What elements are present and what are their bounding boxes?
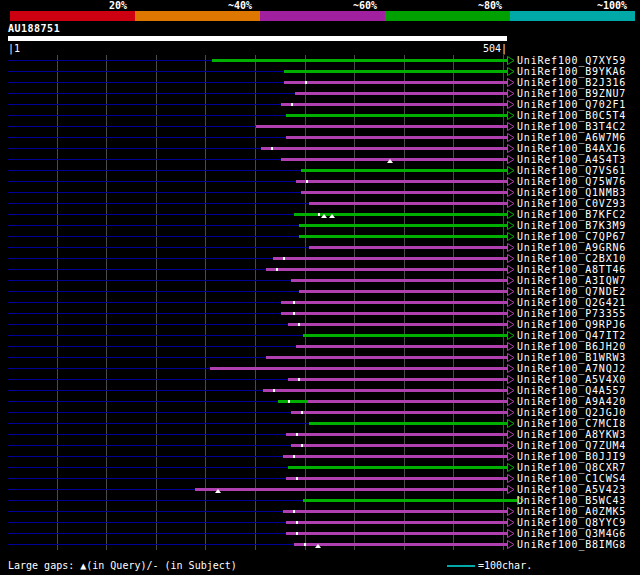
subject-label[interactable]: UniRef100_Q9RPJ6 (517, 319, 626, 330)
alignment-bar[interactable] (266, 268, 507, 271)
subject-label[interactable]: UniRef100_B8IMG8 (517, 539, 626, 550)
alignment-bar[interactable] (286, 433, 507, 436)
alignment-bar[interactable] (288, 323, 507, 326)
subject-label[interactable]: UniRef100_B2J316 (517, 77, 626, 88)
alignment-bar[interactable] (256, 125, 507, 128)
subject-label[interactable]: UniRef100_B1WRW3 (517, 352, 626, 363)
subject-label[interactable]: UniRef100_A4S4T3 (517, 154, 626, 165)
alignment-bar[interactable] (263, 389, 507, 392)
subject-label[interactable]: UniRef100_C1CWS4 (517, 473, 626, 484)
alignment-bar[interactable] (309, 246, 507, 249)
alignment-bar[interactable] (281, 312, 507, 315)
alignment-bar[interactable] (288, 466, 507, 469)
subject-label[interactable]: UniRef100_B9YKA6 (517, 66, 626, 77)
alignment-bar[interactable] (281, 301, 507, 304)
alignment-bar[interactable] (286, 136, 507, 139)
subject-label[interactable]: UniRef100_Q2JGJ0 (517, 407, 626, 418)
alignment-bar[interactable] (291, 279, 507, 282)
subject-label[interactable]: UniRef100_Q7XY59 (517, 55, 626, 66)
alignment-row: UniRef100_Q2G421 (0, 297, 640, 308)
alignment-bar[interactable] (278, 400, 308, 403)
alignment-bar[interactable] (309, 422, 507, 425)
subject-label[interactable]: UniRef100_A6W7M6 (517, 132, 626, 143)
alignment-bar[interactable] (284, 70, 507, 73)
alignment-bar[interactable] (195, 488, 507, 491)
alignment-bar[interactable] (296, 345, 507, 348)
subject-label[interactable]: UniRef100_A5V423 (517, 484, 626, 495)
alignment-bar[interactable] (261, 147, 507, 150)
alignment-bar[interactable] (309, 202, 507, 205)
subject-label[interactable]: UniRef100_A5V4X0 (517, 374, 626, 385)
alignment-row: UniRef100_Q3M4G6 (0, 528, 640, 539)
subject-label[interactable]: UniRef100_B7KFC2 (517, 209, 626, 220)
subject-label[interactable]: UniRef100_A9GRN6 (517, 242, 626, 253)
subject-label[interactable]: UniRef100_P73355 (517, 308, 626, 319)
subject-label[interactable]: UniRef100_C0VZ93 (517, 198, 626, 209)
subject-label[interactable]: UniRef100_Q47IT2 (517, 330, 626, 341)
alignment-bar[interactable] (294, 543, 507, 546)
subject-label[interactable]: UniRef100_A3IQW7 (517, 275, 626, 286)
subject-label[interactable]: UniRef100_Q3M4G6 (517, 528, 626, 539)
alignment-bar[interactable] (301, 191, 507, 194)
subject-label[interactable]: UniRef100_A7NQJ2 (517, 363, 626, 374)
subject-label[interactable]: UniRef100_B9ZNU7 (517, 88, 626, 99)
alignment-bar[interactable] (284, 81, 507, 84)
alignment-bar[interactable] (303, 334, 507, 337)
subject-label[interactable]: UniRef100_Q75W76 (517, 176, 626, 187)
alignment-bar[interactable] (291, 444, 507, 447)
subject-gap-mark (301, 411, 303, 414)
subject-label[interactable]: UniRef100_C7MCI8 (517, 418, 626, 429)
alignment-row: UniRef100_B1WRW3 (0, 352, 640, 363)
alignment-row: UniRef100_A8TT46 (0, 264, 640, 275)
alignment-bar[interactable] (283, 455, 507, 458)
alignment-bar[interactable] (286, 521, 507, 524)
alignment-bar[interactable] (281, 158, 507, 161)
alignment-bar[interactable] (288, 378, 507, 381)
identity-scale-labels: 20%~40%~60%~80%~100% (10, 0, 635, 11)
alignment-bar[interactable] (266, 356, 507, 359)
subject-label[interactable]: UniRef100_A8YKW3 (517, 429, 626, 440)
subject-label[interactable]: UniRef100_Q8YYC9 (517, 517, 626, 528)
subject-label[interactable]: UniRef100_Q4A557 (517, 385, 626, 396)
subject-label[interactable]: UniRef100_A0ZMK5 (517, 506, 626, 517)
query-gap-icon (387, 159, 393, 163)
subject-label[interactable]: UniRef100_B0C5T4 (517, 110, 626, 121)
alignment-bar[interactable] (308, 400, 507, 403)
alignment-bar[interactable] (299, 235, 507, 238)
subject-label[interactable]: UniRef100_Q7ZUM4 (517, 440, 626, 451)
alignment-bar[interactable] (291, 411, 507, 414)
subject-label[interactable]: UniRef100_Q2G421 (517, 297, 626, 308)
subject-label[interactable]: UniRef100_B7K3M9 (517, 220, 626, 231)
alignment-arrowhead-icon (507, 463, 515, 472)
alignment-row: UniRef100_A9GRN6 (0, 242, 640, 253)
subject-label[interactable]: UniRef100_Q1NMB3 (517, 187, 626, 198)
alignment-bar[interactable] (286, 114, 507, 117)
alignment-bar[interactable] (301, 169, 507, 172)
alignment-bar[interactable] (283, 510, 507, 513)
subject-label[interactable]: UniRef100_Q7NDE2 (517, 286, 626, 297)
subject-label[interactable]: UniRef100_C7QP67 (517, 231, 626, 242)
subject-label[interactable]: UniRef100_B4AXJ6 (517, 143, 626, 154)
alignment-bar[interactable] (303, 499, 517, 502)
alignment-bar[interactable] (273, 257, 507, 260)
alignment-bar[interactable] (296, 180, 507, 183)
alignment-bar[interactable] (299, 290, 507, 293)
subject-label[interactable]: UniRef100_A8TT46 (517, 264, 626, 275)
subject-label[interactable]: UniRef100_B6JH20 (517, 341, 626, 352)
subject-label[interactable]: UniRef100_B0JJI9 (517, 451, 626, 462)
subject-label[interactable]: UniRef100_Q702F1 (517, 99, 626, 110)
subject-label[interactable]: UniRef100_B5WC43 (517, 495, 626, 506)
alignment-bar[interactable] (281, 103, 507, 106)
alignment-bar[interactable] (210, 367, 507, 370)
alignment-bar[interactable] (286, 477, 507, 480)
alignment-plot: UniRef100_Q7XY59UniRef100_B9YKA6UniRef10… (0, 55, 640, 550)
subject-label[interactable]: UniRef100_C2BX10 (517, 253, 626, 264)
subject-label[interactable]: UniRef100_A9A420 (517, 396, 626, 407)
subject-label[interactable]: UniRef100_B3T4C2 (517, 121, 626, 132)
subject-label[interactable]: UniRef100_Q7VS61 (517, 165, 626, 176)
alignment-bar[interactable] (286, 532, 507, 535)
subject-label[interactable]: UniRef100_Q8CXR7 (517, 462, 626, 473)
alignment-bar[interactable] (299, 224, 507, 227)
alignment-bar[interactable] (295, 92, 507, 95)
alignment-bar[interactable] (212, 59, 507, 62)
